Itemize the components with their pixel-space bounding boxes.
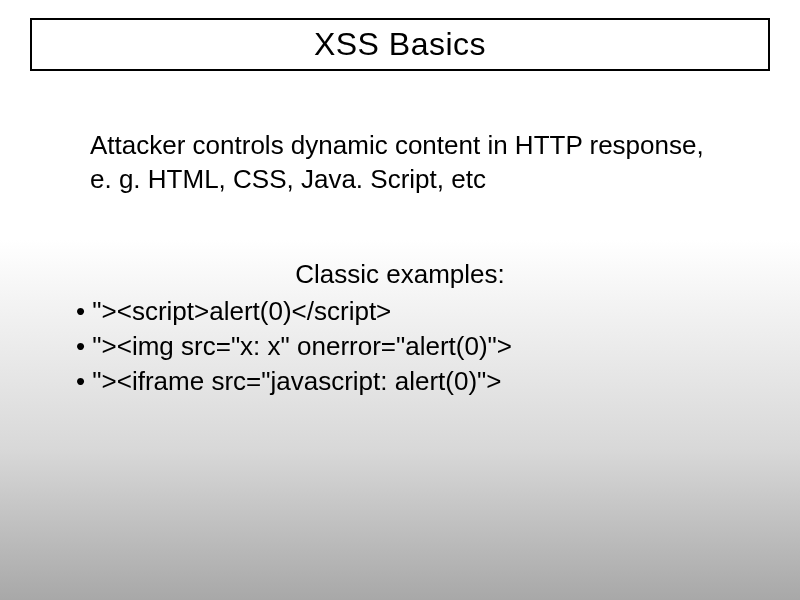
examples-heading: Classic examples: (30, 259, 770, 290)
slide-title: XSS Basics (42, 26, 758, 63)
description-text: Attacker controls dynamic content in HTT… (30, 129, 770, 197)
slide-container: XSS Basics Attacker controls dynamic con… (0, 0, 800, 600)
title-box: XSS Basics (30, 18, 770, 71)
list-item: • "><script>alert(0)</script> (76, 294, 770, 329)
examples-list: • "><script>alert(0)</script> • "><img s… (30, 294, 770, 399)
list-item: • "><iframe src="javascript: alert(0)"> (76, 364, 770, 399)
list-item: • "><img src="x: x" onerror="alert(0)"> (76, 329, 770, 364)
